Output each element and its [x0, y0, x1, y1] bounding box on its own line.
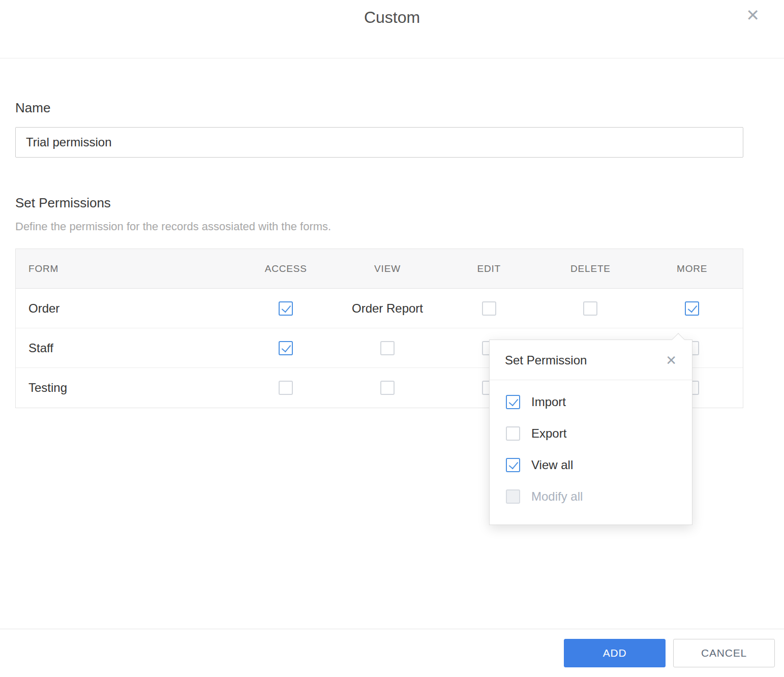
form-name-order: Order — [28, 301, 59, 316]
column-header-access: ACCESS — [235, 249, 337, 288]
order-access-checkbox[interactable] — [279, 301, 293, 316]
testing-access-checkbox[interactable] — [279, 381, 293, 395]
order-edit-checkbox[interactable] — [482, 301, 496, 316]
add-button[interactable]: ADD — [564, 639, 666, 667]
column-header-view: VIEW — [337, 249, 438, 288]
table-header-row: FORM ACCESS VIEW EDIT DELETE MORE — [16, 249, 743, 289]
popup-close-icon[interactable]: ✕ — [666, 354, 677, 367]
close-icon[interactable]: ✕ — [746, 7, 760, 23]
export-label: Export — [531, 426, 566, 441]
popup-item-view-all: View all — [490, 449, 692, 481]
modify-all-checkbox — [506, 489, 520, 504]
column-header-delete: DELETE — [540, 249, 642, 288]
name-input[interactable] — [15, 127, 743, 158]
order-more-checkbox[interactable] — [685, 301, 699, 316]
dialog-header: Custom ✕ — [0, 0, 784, 58]
dialog-title: Custom — [0, 8, 784, 27]
order-delete-checkbox[interactable] — [583, 301, 597, 316]
name-label: Name — [15, 100, 743, 116]
view-all-checkbox[interactable] — [506, 458, 520, 472]
popup-item-modify-all: Modify all — [490, 481, 692, 512]
column-header-more: MORE — [641, 249, 743, 288]
dialog-footer: ADD CANCEL — [0, 629, 784, 677]
import-label: Import — [531, 395, 566, 409]
cancel-button[interactable]: CANCEL — [673, 639, 775, 667]
set-permissions-description: Define the permission for the records as… — [15, 220, 743, 233]
column-header-form: FORM — [16, 249, 235, 288]
testing-view-checkbox[interactable] — [380, 381, 395, 395]
popup-item-export: Export — [490, 418, 692, 449]
export-checkbox[interactable] — [506, 426, 520, 441]
order-view-report[interactable]: Order Report — [352, 301, 423, 316]
modify-all-label: Modify all — [531, 489, 583, 504]
import-checkbox[interactable] — [506, 395, 520, 409]
staff-view-checkbox[interactable] — [380, 341, 395, 355]
custom-permission-dialog: Custom ✕ Name Set Permissions Define the… — [0, 0, 784, 677]
table-row-order: Order Order Report — [16, 289, 743, 328]
popup-body: Import Export View all Modify all — [490, 380, 692, 525]
popup-header: Set Permission ✕ — [490, 340, 692, 380]
set-permissions-heading: Set Permissions — [15, 195, 743, 211]
form-name-testing: Testing — [28, 381, 67, 395]
column-header-edit: EDIT — [438, 249, 540, 288]
form-name-staff: Staff — [28, 341, 53, 355]
staff-access-checkbox[interactable] — [279, 341, 293, 355]
popup-title: Set Permission — [505, 353, 587, 367]
view-all-label: View all — [531, 458, 573, 472]
set-permission-popup: Set Permission ✕ Import Export View all … — [489, 340, 692, 525]
popup-item-import: Import — [490, 386, 692, 418]
